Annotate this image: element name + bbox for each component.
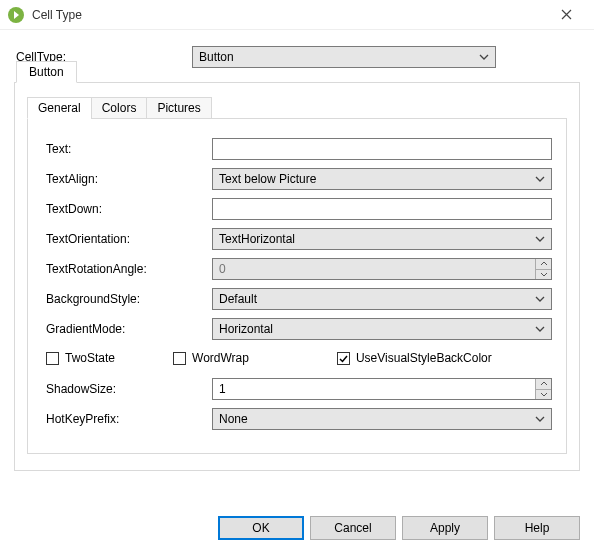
tab-colors[interactable]: Colors: [91, 97, 148, 119]
gradientmode-combo[interactable]: Horizontal: [212, 318, 552, 340]
spinner-down-icon[interactable]: [536, 390, 551, 400]
twostate-label: TwoState: [65, 351, 115, 365]
spinner-down-icon[interactable]: [536, 270, 551, 280]
textorientation-label: TextOrientation:: [46, 232, 212, 246]
chevron-down-icon: [535, 324, 545, 334]
chevron-down-icon: [535, 174, 545, 184]
cancel-button[interactable]: Cancel: [310, 516, 396, 540]
textrotation-label: TextRotationAngle:: [46, 262, 212, 276]
general-panel: Text: TextAlign: Text below Picture: [27, 118, 567, 454]
apply-button[interactable]: Apply: [402, 516, 488, 540]
spinner-up-icon[interactable]: [536, 379, 551, 390]
textrotation-spinner[interactable]: 0: [212, 258, 552, 280]
shadowsize-spinner[interactable]: 1: [212, 378, 552, 400]
text-label: Text:: [46, 142, 212, 156]
backgroundstyle-label: BackgroundStyle:: [46, 292, 212, 306]
chevron-down-icon: [535, 234, 545, 244]
chevron-down-icon: [535, 294, 545, 304]
usevisualstylebackcolor-checkbox[interactable]: UseVisualStyleBackColor: [337, 351, 492, 365]
textorientation-combo[interactable]: TextHorizontal: [212, 228, 552, 250]
help-button[interactable]: Help: [494, 516, 580, 540]
celltype-value: Button: [199, 50, 479, 64]
wordwrap-checkbox[interactable]: WordWrap: [173, 351, 249, 365]
celltype-combo[interactable]: Button: [192, 46, 496, 68]
textalign-combo[interactable]: Text below Picture: [212, 168, 552, 190]
text-input[interactable]: [212, 138, 552, 160]
titlebar: Cell Type: [0, 0, 594, 30]
backgroundstyle-combo[interactable]: Default: [212, 288, 552, 310]
shadowsize-label: ShadowSize:: [46, 382, 212, 396]
window-title: Cell Type: [32, 8, 546, 22]
usevisualstylebackcolor-label: UseVisualStyleBackColor: [356, 351, 492, 365]
dialog-buttons: OK Cancel Apply Help: [218, 516, 580, 540]
hotkeyprefix-combo[interactable]: None: [212, 408, 552, 430]
inner-tabstrip: General Colors Pictures: [27, 97, 567, 119]
hotkeyprefix-label: HotKeyPrefix:: [46, 412, 212, 426]
tab-general[interactable]: General: [27, 97, 92, 119]
spinner-up-icon[interactable]: [536, 259, 551, 270]
textalign-label: TextAlign:: [46, 172, 212, 186]
tab-button[interactable]: Button: [16, 61, 77, 83]
ok-button[interactable]: OK: [218, 516, 304, 540]
tab-pictures[interactable]: Pictures: [146, 97, 211, 119]
chevron-down-icon: [479, 52, 489, 62]
twostate-checkbox[interactable]: TwoState: [46, 351, 115, 365]
app-icon: [8, 7, 24, 23]
gradientmode-label: GradientMode:: [46, 322, 212, 336]
textdown-label: TextDown:: [46, 202, 212, 216]
textdown-input[interactable]: [212, 198, 552, 220]
close-button[interactable]: [546, 1, 586, 29]
wordwrap-label: WordWrap: [192, 351, 249, 365]
chevron-down-icon: [535, 414, 545, 424]
outer-tab-panel: General Colors Pictures Text: TextAlign:…: [14, 83, 580, 471]
